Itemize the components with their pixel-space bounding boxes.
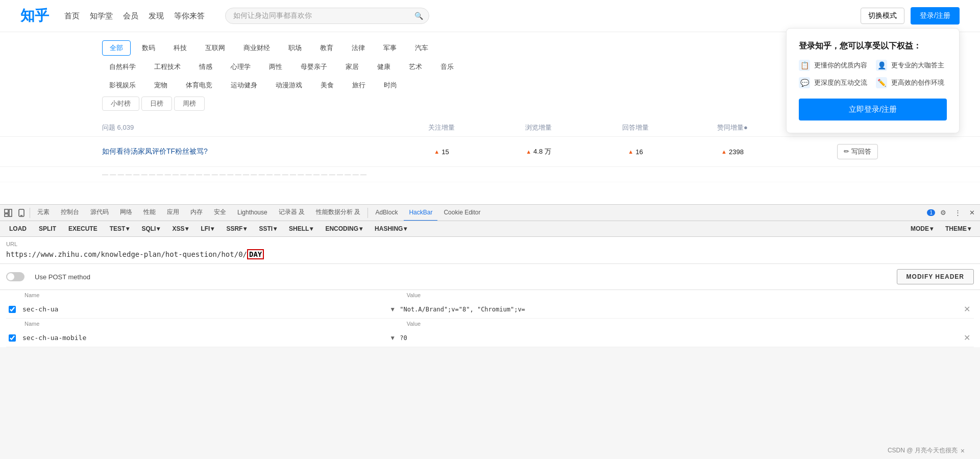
header-checkbox-2[interactable] [6,334,18,342]
hackbar-load-btn[interactable]: LOAD [4,223,32,234]
arrow-up-icon-3: ▲ [628,149,633,155]
svg-rect-1 [5,214,8,216]
modify-header-button[interactable]: MODIFY HEADER [897,269,974,284]
inspect-element-icon[interactable] [2,207,14,219]
nav-study[interactable]: 知学堂 [90,11,113,21]
name-col-label-2: Name [22,321,403,327]
hackbar-hashing-btn[interactable]: HASHING ▾ [370,223,412,234]
th-question: 问题 6,039 [102,123,393,132]
tab-performance[interactable]: 性能 [138,205,161,221]
tab-adblock[interactable]: AdBlock [370,205,403,221]
cat-car[interactable]: 汽车 [408,41,435,55]
cat-music[interactable]: 音乐 [433,60,461,74]
cat-home[interactable]: 家居 [338,60,366,74]
hackbar-mode-btn[interactable]: MODE ▾ [905,223,938,234]
lfi-chevron: ▾ [211,225,214,232]
url-prefix[interactable]: https://www.zhihu.com/knowledge-plan/hot… [6,250,247,258]
hackbar-encoding-btn[interactable]: ENCODING ▾ [320,223,368,234]
tab-memory[interactable]: 内存 [185,205,208,221]
cat-fitness[interactable]: 运动健身 [224,78,264,92]
hackbar-ssti-btn[interactable]: SSTI ▾ [254,223,282,234]
cat-gender[interactable]: 两性 [262,60,289,74]
post-method-toggle[interactable] [6,272,24,281]
header-dropdown-icon-1[interactable]: ▼ [389,306,396,313]
hackbar-theme-btn[interactable]: THEME ▾ [940,223,976,234]
header-value-cell-2[interactable]: ?0 [400,334,960,342]
question-1[interactable]: 如何看待汤家凤评价TF粉丝被骂? [102,147,393,156]
header-delete-btn-2[interactable]: ✕ [964,333,974,343]
header-name-input-1[interactable] [22,305,387,313]
cat-food[interactable]: 美食 [313,78,341,92]
header-check-input-1[interactable] [9,306,16,313]
cat-fashion[interactable]: 时尚 [377,78,404,92]
cat-education[interactable]: 教育 [313,41,340,55]
hackbar-test-btn[interactable]: TEST ▾ [105,223,135,234]
tab-daily[interactable]: 日榜 [141,96,172,111]
tab-network[interactable]: 网络 [115,205,137,221]
cat-film[interactable]: 影视娱乐 [102,78,143,92]
hackbar-split-btn[interactable]: SPLIT [34,223,61,234]
tab-console[interactable]: 控制台 [56,205,84,221]
cat-travel[interactable]: 旅行 [345,78,373,92]
tab-lighthouse[interactable]: Lighthouse [232,205,273,221]
cat-digital[interactable]: 数码 [135,41,162,55]
tab-recorder[interactable]: 记录器 及 [274,205,310,221]
cat-workplace[interactable]: 职场 [281,41,309,55]
nav-home[interactable]: 首页 [64,11,80,21]
tab-cookie-editor[interactable]: Cookie Editor [438,205,485,221]
tab-sources[interactable]: 源代码 [85,205,114,221]
hackbar-sqli-btn[interactable]: SQLI ▾ [136,223,165,234]
url-highlighted-part[interactable]: DAY [247,249,264,259]
nav-member[interactable]: 会员 [123,11,138,21]
tab-weekly[interactable]: 周榜 [174,96,205,111]
views-count-1: 4.8 万 [533,147,551,156]
cat-parenting[interactable]: 母婴亲子 [293,60,334,74]
switch-mode-button[interactable]: 切换模式 [861,8,904,24]
cat-science[interactable]: 自然科学 [102,60,143,74]
cat-esports[interactable]: 体育电竞 [179,78,219,92]
tab-hackbar[interactable]: HackBar [404,205,437,221]
cat-military[interactable]: 军事 [376,41,404,55]
cat-pet[interactable]: 宠物 [147,78,175,92]
tab-perf-insights[interactable]: 性能数据分析 及 [311,205,365,221]
zhihu-logo: 知乎 [20,6,49,26]
header-dropdown-icon-2[interactable]: ▼ [389,334,396,342]
header-name-input-2[interactable] [22,334,387,342]
tab-hourly[interactable]: 小时榜 [102,96,139,111]
value-col-label-1: Value [407,292,974,298]
cat-tech[interactable]: 科技 [166,41,194,55]
cat-engineering[interactable]: 工程技术 [147,60,188,74]
devtools-settings-icon[interactable]: ⚙ [937,207,949,219]
hackbar-execute-btn[interactable]: EXECUTE [63,223,103,234]
devtools-more-icon[interactable]: ⋮ [951,207,964,219]
devtools-close-icon[interactable]: ✕ [966,207,978,219]
cat-law[interactable]: 法律 [345,41,372,55]
hackbar-ssrf-btn[interactable]: SSRF ▾ [221,223,252,234]
device-mode-icon[interactable] [15,207,28,219]
cat-anime[interactable]: 动漫游戏 [268,78,309,92]
login-register-button[interactable]: 登录/注册 [911,7,960,25]
tab-security[interactable]: 安全 [209,205,231,221]
hackbar-lfi-btn[interactable]: LFI ▾ [195,223,219,234]
cat-all[interactable]: 全部 [102,40,131,56]
header-checkbox-1[interactable] [6,306,18,313]
tab-application[interactable]: 应用 [162,205,184,221]
popup-login-button[interactable]: 立即登录/注册 [799,99,947,120]
hackbar-shell-btn[interactable]: SHELL ▾ [284,223,318,234]
tab-elements[interactable]: 元素 [32,205,55,221]
cat-emotion[interactable]: 情感 [192,60,219,74]
hackbar-xss-btn[interactable]: XSS ▾ [167,223,193,234]
login-popup: 登录知乎，您可以享受以下权益： 📋 更懂你的优质内容 👤 更专业的大咖答主 💬 … [786,28,960,133]
nav-waitanswer[interactable]: 等你来答 [174,11,205,21]
header-value-cell-1[interactable]: "Not.A/Brand";v="8", "Chromium";v= [400,306,960,313]
search-input[interactable] [225,8,429,24]
cat-health[interactable]: 健康 [370,60,398,74]
header-check-input-2[interactable] [9,334,16,342]
cat-art[interactable]: 艺术 [402,60,429,74]
nav-discover[interactable]: 发现 [149,11,164,21]
cat-internet[interactable]: 互联网 [198,41,232,55]
cat-business[interactable]: 商业财经 [236,41,277,55]
header-delete-btn-1[interactable]: ✕ [964,304,974,314]
cat-psychology[interactable]: 心理学 [224,60,258,74]
write-answer-button-1[interactable]: ✏ 写回答 [837,144,878,159]
